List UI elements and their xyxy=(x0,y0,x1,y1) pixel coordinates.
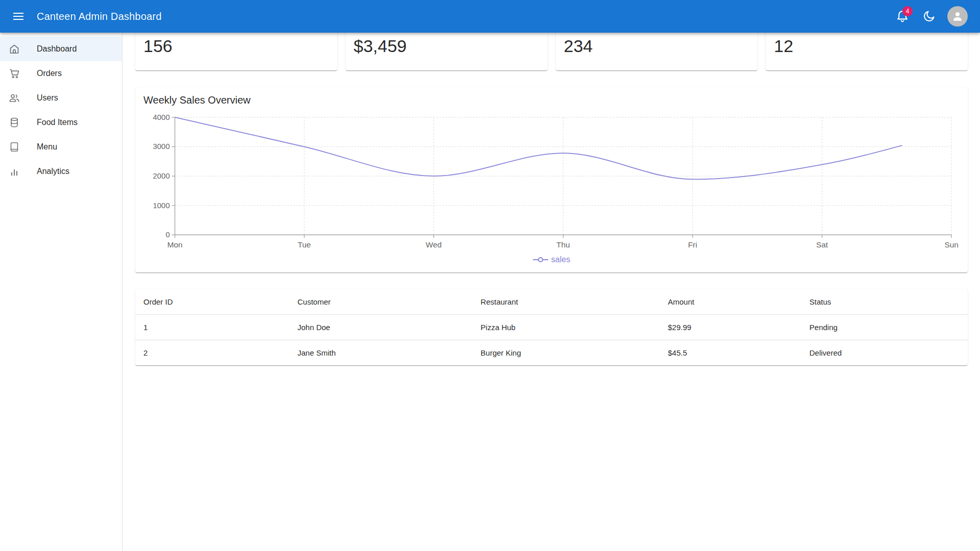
column-header-amount: Amount xyxy=(660,289,801,315)
y-axis-tick-label: 2000 xyxy=(153,172,170,180)
moon-icon xyxy=(922,10,936,23)
column-header-status: Status xyxy=(801,289,968,315)
cell-order-id: 2 xyxy=(135,340,289,366)
user-avatar[interactable] xyxy=(947,6,968,27)
hamburger-icon xyxy=(12,10,24,22)
bar-chart-icon xyxy=(8,165,20,178)
x-axis-tick-label: Tue xyxy=(298,240,311,249)
sidebar-item-label: Food Items xyxy=(37,118,78,127)
cell-customer: Jane Smith xyxy=(289,340,473,366)
table-header-row: Order ID Customer Restaurant Amount Stat… xyxy=(135,289,968,315)
notification-badge: 4 xyxy=(902,6,913,16)
person-icon xyxy=(951,10,964,23)
sidebar-item-label: Users xyxy=(37,93,58,103)
stat-value: 156 xyxy=(143,37,329,55)
sidebar-item-label: Menu xyxy=(37,142,57,152)
stat-value: 12 xyxy=(774,37,960,55)
app-title: Canteen Admin Dashboard xyxy=(37,11,162,22)
y-axis-tick-label: 0 xyxy=(165,231,169,239)
column-header-customer: Customer xyxy=(289,289,473,315)
cell-restaurant: Burger King xyxy=(473,340,660,366)
legend-line-icon xyxy=(533,256,548,263)
sidebar-item-food-items[interactable]: Food Items xyxy=(0,110,122,135)
sidebar-item-label: Orders xyxy=(37,69,62,78)
people-icon xyxy=(8,92,20,104)
column-header-restaurant: Restaurant xyxy=(473,289,660,315)
y-axis-tick-label: 4000 xyxy=(153,113,170,121)
main-content: TOTAL ORDERS 156 REVENUE $3,459 ACTIVE U… xyxy=(123,0,980,378)
sidebar-item-orders[interactable]: Orders xyxy=(0,61,122,86)
cell-status: Pending xyxy=(801,315,968,340)
menu-button[interactable] xyxy=(7,5,30,28)
stat-value: 234 xyxy=(564,37,750,55)
column-header-order-id: Order ID xyxy=(135,289,289,315)
cell-restaurant: Pizza Hub xyxy=(473,315,660,340)
chart-legend: sales xyxy=(143,255,960,264)
sidebar-item-label: Dashboard xyxy=(37,44,77,54)
stat-value: $3,459 xyxy=(354,37,540,55)
cell-status: Delivered xyxy=(801,340,968,366)
app-bar: Canteen Admin Dashboard 4 xyxy=(0,0,980,33)
x-axis-tick-label: Wed xyxy=(426,240,442,249)
table-row: 1 John Doe Pizza Hub $29.99 Pending xyxy=(135,315,968,340)
cell-customer: John Doe xyxy=(289,315,473,340)
orders-table: Order ID Customer Restaurant Amount Stat… xyxy=(135,289,968,365)
sidebar: Dashboard Orders Users Food Items Menu xyxy=(0,33,122,551)
shopping-cart-icon xyxy=(8,67,20,80)
x-axis-tick-label: Fri xyxy=(688,240,697,249)
sidebar-item-users[interactable]: Users xyxy=(0,86,122,110)
cell-amount: $29.99 xyxy=(660,315,801,340)
recent-orders-table: Order ID Customer Restaurant Amount Stat… xyxy=(135,289,968,365)
cell-order-id: 1 xyxy=(135,315,289,340)
sales-line-chart: 01000200030004000MonTueWedThuFriSatSun s… xyxy=(143,112,960,264)
database-icon xyxy=(8,116,20,129)
y-axis-tick-label: 1000 xyxy=(153,202,170,210)
home-icon xyxy=(8,43,20,55)
x-axis-tick-label: Mon xyxy=(167,240,183,249)
chart-canvas: 01000200030004000MonTueWedThuFriSatSun xyxy=(143,112,960,253)
x-axis-tick-label: Thu xyxy=(556,240,570,249)
book-icon xyxy=(8,141,20,153)
y-axis-tick-label: 3000 xyxy=(153,142,170,151)
sidebar-item-label: Analytics xyxy=(37,167,69,176)
legend-label: sales xyxy=(551,255,570,264)
x-axis-tick-label: Sat xyxy=(816,240,828,249)
x-axis-tick-label: Sun xyxy=(944,240,958,249)
sidebar-item-menu[interactable]: Menu xyxy=(0,135,122,159)
sidebar-item-analytics[interactable]: Analytics xyxy=(0,159,122,184)
chart-title: Weekly Sales Overview xyxy=(143,94,960,106)
cell-amount: $45.5 xyxy=(660,340,801,366)
table-row: 2 Jane Smith Burger King $45.5 Delivered xyxy=(135,340,968,366)
weekly-sales-card: Weekly Sales Overview 01000200030004000M… xyxy=(135,87,968,272)
dark-mode-toggle[interactable] xyxy=(918,5,940,28)
appbar-actions: 4 xyxy=(891,5,968,28)
sidebar-item-dashboard[interactable]: Dashboard xyxy=(0,37,122,61)
notifications-button[interactable]: 4 xyxy=(891,5,914,28)
